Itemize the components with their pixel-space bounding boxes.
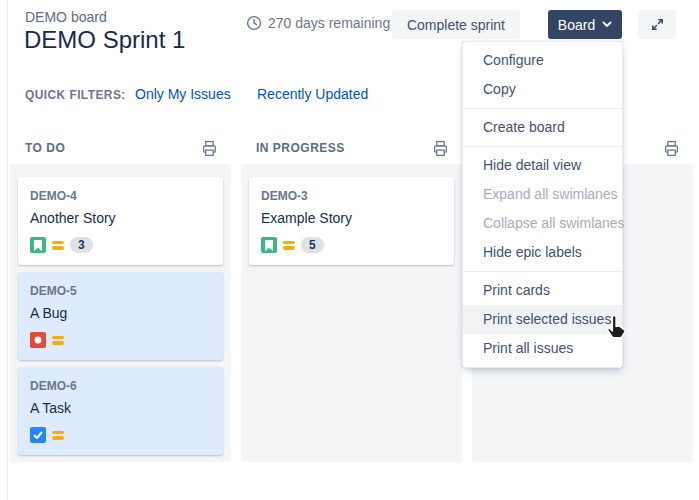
issue-key: DEMO-6 — [30, 379, 211, 393]
bug-icon — [30, 332, 46, 348]
fullscreen-expand-button[interactable] — [638, 10, 676, 39]
menu-group: Print cards Print selected issues Print … — [463, 271, 622, 367]
issue-key: DEMO-4 — [30, 189, 211, 203]
quick-filter-only-my-issues[interactable]: Only My Issues — [135, 86, 231, 102]
issue-meta — [30, 427, 211, 443]
issue-card-demo-3[interactable]: DEMO-3 Example Story 5 — [249, 177, 454, 265]
expand-arrows-icon — [650, 17, 665, 32]
quick-filter-recently-updated[interactable]: Recently Updated — [257, 86, 368, 102]
menu-group: Create board — [463, 108, 622, 146]
menu-group: Configure Copy — [463, 42, 622, 108]
clock-icon — [246, 15, 262, 31]
issue-title: Another Story — [30, 210, 211, 226]
complete-sprint-button[interactable]: Complete sprint — [392, 10, 520, 39]
estimate-badge: 3 — [70, 237, 93, 253]
issue-key: DEMO-5 — [30, 284, 211, 298]
menu-group: Hide detail view Expand all swimlanes Co… — [463, 146, 622, 271]
print-column-icon[interactable] — [200, 139, 218, 157]
menu-item-print-all-issues[interactable]: Print all issues — [463, 334, 622, 363]
column-body: DEMO-3 Example Story 5 — [241, 164, 462, 462]
priority-medium-icon — [52, 241, 64, 250]
issue-meta: 5 — [261, 237, 442, 253]
story-icon — [30, 237, 46, 253]
menu-item-create-board[interactable]: Create board — [463, 113, 622, 142]
issue-title: A Task — [30, 400, 211, 416]
menu-item-configure[interactable]: Configure — [463, 46, 622, 75]
print-column-icon[interactable] — [662, 139, 680, 157]
menu-item-hide-epic-labels[interactable]: Hide epic labels — [463, 238, 622, 267]
priority-medium-icon — [52, 336, 64, 345]
column-header: TO DO — [10, 132, 231, 164]
page-title: DEMO Sprint 1 — [24, 26, 185, 54]
issue-card-demo-4[interactable]: DEMO-4 Another Story 3 — [18, 177, 223, 265]
sprint-days-remaining: 270 days remaining — [246, 15, 390, 31]
issue-card-demo-6[interactable]: DEMO-6 A Task — [18, 367, 223, 455]
menu-item-hide-detail-view[interactable]: Hide detail view — [463, 151, 622, 180]
issue-key: DEMO-3 — [261, 189, 442, 203]
issue-title: Example Story — [261, 210, 442, 226]
issue-meta — [30, 332, 211, 348]
menu-item-print-cards[interactable]: Print cards — [463, 276, 622, 305]
board-menu-button[interactable]: Board — [548, 10, 622, 39]
days-remaining-text: 270 days remaining — [268, 15, 390, 31]
board-menu-button-label: Board — [558, 17, 595, 33]
column-name: TO DO — [25, 141, 65, 155]
issue-title: A Bug — [30, 305, 211, 321]
menu-item-copy[interactable]: Copy — [463, 75, 622, 104]
quick-filters-label: QUICK FILTERS: — [25, 88, 126, 102]
menu-item-print-selected-issues[interactable]: Print selected issues — [463, 305, 622, 334]
issue-card-demo-5[interactable]: DEMO-5 A Bug — [18, 272, 223, 360]
column-todo: TO DO DEMO-4 Another Story 3 DEMO-5 A — [10, 132, 231, 462]
estimate-badge: 5 — [301, 237, 324, 253]
column-header: IN PROGRESS — [241, 132, 462, 164]
menu-item-collapse-all-swimlanes: Collapse all swimlanes — [463, 209, 622, 238]
board-page: DEMO board DEMO Sprint 1 270 days remain… — [0, 0, 699, 500]
column-in-progress: IN PROGRESS DEMO-3 Example Story 5 — [241, 132, 462, 462]
task-icon — [30, 427, 46, 443]
content-left-divider — [7, 0, 8, 500]
breadcrumb[interactable]: DEMO board — [25, 9, 107, 25]
issue-meta: 3 — [30, 237, 211, 253]
menu-item-expand-all-swimlanes: Expand all swimlanes — [463, 180, 622, 209]
print-column-icon[interactable] — [431, 139, 449, 157]
priority-medium-icon — [52, 431, 64, 440]
board-dropdown-menu: Configure Copy Create board Hide detail … — [462, 41, 623, 368]
column-body: DEMO-4 Another Story 3 DEMO-5 A Bug — [10, 164, 231, 462]
chevron-down-icon — [602, 21, 612, 28]
priority-medium-icon — [283, 241, 295, 250]
story-icon — [261, 237, 277, 253]
column-name: IN PROGRESS — [256, 141, 345, 155]
